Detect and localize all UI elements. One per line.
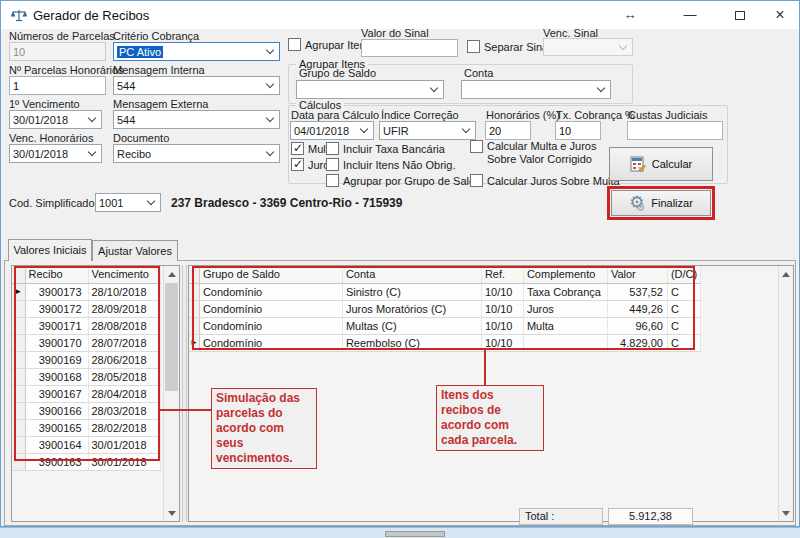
custas-judiciais-input[interactable] [627,121,723,140]
table-row[interactable]: 390016628/03/2018 [12,402,160,419]
column-header[interactable]: Valor [607,266,667,283]
venc-honorarios-combobox[interactable]: 30/01/2018 [9,144,102,163]
table-cell[interactable]: 28/10/2018 [88,283,160,300]
agrupar-por-grupo-de-saldo-checkbox[interactable]: Agrupar por Grupo de Saldo [326,174,481,187]
table-row[interactable]: 390016828/05/2018 [12,368,160,385]
table-row[interactable]: 390016430/01/2018 [12,436,160,453]
table-cell[interactable]: 449,26 [607,300,667,317]
agrupar-itens-checkbox[interactable]: Agrupar Itens [288,38,371,51]
table-cell[interactable]: 3900165 [25,419,88,436]
row-selector[interactable] [12,300,25,317]
documento-combobox[interactable]: Recibo [113,144,280,163]
table-cell[interactable]: 3900163 [25,453,88,470]
table-cell[interactable]: Condomínio [199,300,342,317]
parcelas-honorarios-input[interactable] [9,76,106,95]
column-header[interactable]: (D/C) [667,266,700,283]
table-cell[interactable]: C [667,300,700,317]
table-row[interactable]: CondomínioMultas (C)10/10Multa96,60C [189,317,701,334]
table-cell[interactable]: Multa [523,317,607,334]
indice-correcao-combobox[interactable]: UFIR [379,121,476,140]
checkbox-box[interactable] [326,158,339,171]
row-selector[interactable] [12,385,25,402]
checkbox-box[interactable] [291,142,304,155]
calcular-juros-sobre-multa-checkbox[interactable]: Calcular Juros Sobre Multa [470,174,620,187]
table-row[interactable]: 390016330/01/2018 [12,453,160,470]
column-header[interactable]: Ref. [481,266,523,283]
selected-row-arrow-icon[interactable]: ► [12,283,25,300]
row-selector[interactable] [12,351,25,368]
calcular-multa-e-juros-checkbox[interactable]: Calcular Multa e Juros Sobre Valor Corri… [470,140,611,166]
table-cell[interactable]: C [667,317,700,334]
table-cell[interactable]: 28/05/2018 [88,368,160,385]
table-cell[interactable]: Juros Moratórios (C) [342,300,481,317]
checkbox-box[interactable] [470,174,483,187]
column-header[interactable]: Recibo [25,266,88,283]
table-cell[interactable]: 3900171 [25,317,88,334]
incluir-taxa-bancaria-checkbox[interactable]: Incluir Taxa Bancária [326,142,445,155]
table-cell[interactable]: Condomínio [199,334,342,351]
conta-combobox[interactable] [461,80,611,99]
panel-splitter[interactable] [182,265,187,522]
column-header[interactable]: Conta [342,266,481,283]
scroll-up-icon[interactable] [779,266,793,282]
table-cell[interactable]: Reembolso (C) [342,334,481,351]
table-cell[interactable]: 28/03/2018 [88,402,160,419]
itens-scrollbar[interactable] [778,266,793,521]
honorarios-input[interactable] [485,121,531,140]
table-cell[interactable]: 28/02/2018 [88,419,160,436]
table-row[interactable]: CondomínioSinistro (C)10/10Taxa Cobrança… [189,283,701,300]
table-cell[interactable]: 537,52 [607,283,667,300]
table-cell[interactable]: 10/10 [481,334,523,351]
row-selector[interactable] [189,300,199,317]
tab-ajustar-valores[interactable]: Ajustar Valores [92,240,178,261]
table-row[interactable]: ►390017328/10/2018 [12,283,160,300]
table-cell[interactable]: 10/10 [481,283,523,300]
table-row[interactable]: 390016528/02/2018 [12,419,160,436]
scroll-down-icon[interactable] [164,505,179,521]
scroll-up-icon[interactable] [164,266,179,282]
separar-sinal-checkbox[interactable]: Separar Sinal [467,40,551,53]
table-cell[interactable]: 3900166 [25,402,88,419]
table-cell[interactable]: Sinistro (C) [342,283,481,300]
table-cell[interactable]: 3900170 [25,334,88,351]
column-header[interactable]: Vencimento [88,266,160,283]
table-row[interactable]: 390017228/09/2018 [12,300,160,317]
table-cell[interactable]: 96,60 [607,317,667,334]
table-cell[interactable]: C [667,283,700,300]
row-selector[interactable] [12,368,25,385]
table-cell[interactable]: Juros [523,300,607,317]
incluir-itens-nao-obrig-checkbox[interactable]: Incluir Itens Não Obrig. [326,158,456,171]
table-row[interactable]: 390017128/08/2018 [12,317,160,334]
maximize-button[interactable] [723,1,757,29]
row-selector[interactable] [189,283,199,300]
resize-icon[interactable]: ↔ [613,1,647,29]
mensagem-externa-combobox[interactable]: 544 [113,110,280,129]
scrollbar-thumb[interactable] [165,283,178,391]
checkbox-box[interactable] [288,38,301,51]
row-selector[interactable] [12,436,25,453]
minimize-button[interactable]: — [673,1,707,29]
row-selector[interactable] [189,317,199,334]
table-cell[interactable]: 28/08/2018 [88,317,160,334]
checkbox-box[interactable] [470,140,483,153]
tab-valores-iniciais[interactable]: Valores Iniciais [8,239,92,261]
row-selector[interactable] [12,334,25,351]
row-selector[interactable] [12,453,25,470]
column-header[interactable]: Grupo de Saldo [199,266,342,283]
table-cell[interactable]: Condomínio [199,283,342,300]
row-selector[interactable] [12,317,25,334]
table-cell[interactable]: 10/10 [481,300,523,317]
table-cell[interactable]: 3900172 [25,300,88,317]
table-cell[interactable]: 3900173 [25,283,88,300]
table-cell[interactable]: Condomínio [199,317,342,334]
row-selector[interactable] [12,419,25,436]
parcelas-scrollbar[interactable] [163,266,179,521]
table-row[interactable]: 390017028/07/2018 [12,334,160,351]
calcular-button[interactable]: Calcular [609,147,713,181]
table-cell[interactable]: 3900168 [25,368,88,385]
valor-do-sinal-input[interactable] [361,39,458,57]
venc-sinal-combobox[interactable] [543,38,633,56]
scroll-down-icon[interactable] [779,505,793,521]
table-cell[interactable]: Taxa Cobrança [523,283,607,300]
table-cell[interactable]: 3900167 [25,385,88,402]
